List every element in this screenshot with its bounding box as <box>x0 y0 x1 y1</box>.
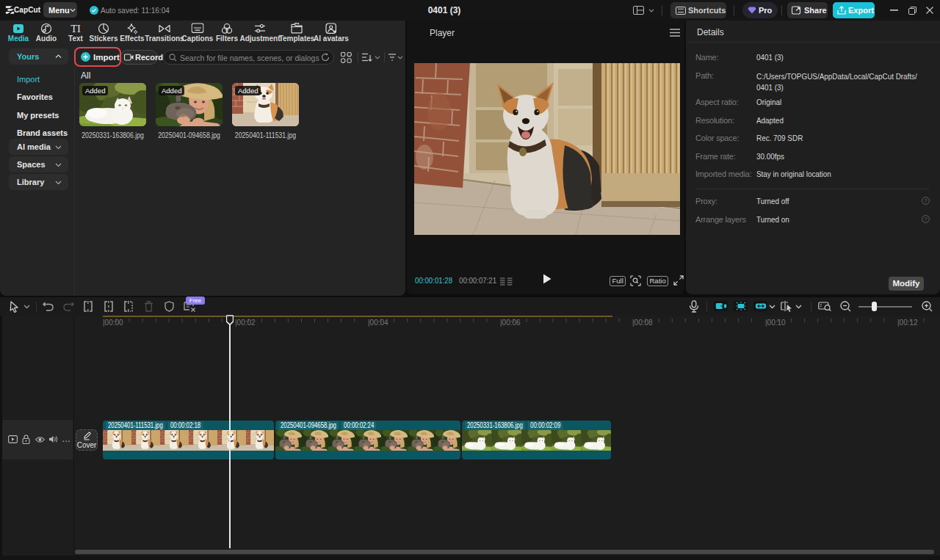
svg-text:?: ? <box>925 216 928 222</box>
svg-text:?: ? <box>925 197 928 204</box>
